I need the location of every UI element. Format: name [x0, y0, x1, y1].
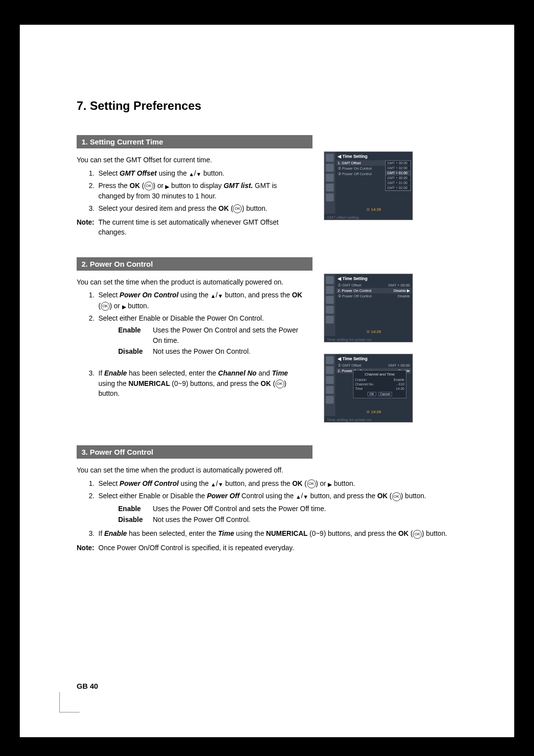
ok-button: OK: [367, 392, 376, 396]
note: Note: Once Power On/Off Control is speci…: [77, 543, 462, 553]
dd-item: GMT + 00:00: [386, 176, 410, 181]
document-page: 7. Setting Preferences 1. Setting Curren…: [20, 25, 514, 737]
screenshot-power-on-popup: ◀ Time Setting ① GMT OffsetGMT + 00:00 2…: [324, 354, 413, 423]
term: NUMERICAL: [129, 379, 170, 387]
def-row: Disable Not uses the Power On Control.: [118, 346, 304, 356]
ok-icon: OK: [413, 530, 422, 539]
step: Select your desired item and press the O…: [96, 203, 304, 213]
term: OK: [130, 182, 140, 189]
menu-icon: [326, 286, 334, 294]
shot-title: ◀ Time Setting: [338, 276, 410, 281]
definition-table: Enable Uses the Power Off Control and se…: [118, 504, 462, 525]
dd-item: GMT + 02:00: [386, 166, 410, 171]
value: - 810: [397, 382, 404, 386]
section-heading: 2. Power On Control: [77, 257, 312, 271]
term: GMT Offset: [120, 169, 157, 177]
shot-row-gmt: ① GMT OffsetGMT + 00:00: [338, 363, 410, 368]
def-desc: Not uses the Power Off Control.: [153, 515, 462, 524]
text: If: [98, 529, 104, 537]
clock-display: ⊙ 14:26: [366, 207, 381, 212]
page-wrapper: 7. Setting Preferences 1. Setting Curren…: [0, 0, 534, 756]
channel-time-popup: Channel and Time CradonEnable Channel No…: [353, 370, 406, 398]
shot-row-gmt: ① GMT OffsetGMT + 00:00: [338, 283, 410, 288]
menu-icon: [326, 296, 334, 304]
section-current-time: 1. Setting Current Time You can set the …: [77, 135, 472, 237]
menu-icon: [326, 376, 334, 384]
menu-icon: [326, 356, 334, 364]
clock-display: ⊙ 14:26: [366, 410, 381, 414]
ok-icon: OK: [392, 492, 401, 501]
step: Press the OK (OK) or button to display G…: [96, 181, 304, 201]
term: Channel No: [218, 369, 257, 377]
term: NUMERICAL: [266, 529, 308, 537]
term: Time: [272, 369, 288, 377]
def-row: Enable Uses the Power Off Control and se…: [118, 504, 462, 514]
menu-icon: [326, 366, 334, 374]
label: GMT Offset: [342, 161, 360, 165]
screenshot-power-on: ◀ Time Setting ① GMT OffsetGMT + 00:00 2…: [324, 274, 413, 342]
value: 14:26: [396, 387, 404, 390]
text: button, and press the: [309, 492, 377, 500]
intro-text: You can set the time when the product is…: [77, 466, 462, 475]
section-heading: 1. Setting Current Time: [77, 135, 312, 148]
shot-row-pon: 2. Power On ControlDisable ▶: [336, 288, 411, 293]
text: Select: [98, 479, 120, 487]
steps-list: Select Power Off Control using the / but…: [77, 478, 462, 539]
value: Disable: [398, 294, 410, 298]
def-term: Enable: [118, 325, 153, 345]
up-icon: [210, 290, 216, 300]
num: 2.: [338, 369, 341, 373]
term: OK: [398, 529, 408, 537]
text: Time Setting: [342, 276, 367, 281]
ok-icon: OK: [275, 379, 284, 388]
popup-row: Time14:26: [355, 386, 404, 391]
term: OK: [292, 291, 302, 299]
shot-caption: GMT offset setting: [324, 214, 412, 220]
note-label: Note:: [77, 543, 98, 553]
term: OK: [261, 379, 271, 387]
step: Select Power Off Control using the / but…: [96, 478, 462, 489]
popup-row: CradonEnable: [355, 378, 404, 382]
label: Power On Control: [342, 288, 371, 293]
text: Time Setting: [342, 154, 367, 159]
step: If Enable has been selected, enter the C…: [96, 368, 304, 398]
text: Control using the: [239, 492, 296, 500]
menu-icon: [326, 386, 334, 394]
gmt-dropdown: GMT + 00:00 GMT + 02:00 GMT + 01:00 GMT …: [385, 160, 411, 191]
def-row: Enable Uses the Power On Control and set…: [118, 325, 304, 345]
text: button.: [403, 492, 426, 500]
text: using the: [98, 379, 129, 387]
crop-marks: [59, 692, 80, 712]
shot-sidebar: [324, 354, 335, 416]
note: Note: The current time is set automatica…: [77, 217, 304, 237]
up-icon: [296, 491, 301, 501]
value: GMT + 00:00: [388, 283, 410, 287]
menu-icon: [326, 184, 334, 191]
content-area: 7. Setting Preferences 1. Setting Curren…: [77, 99, 472, 572]
text: button, and press the: [223, 479, 292, 487]
text: button.: [201, 169, 224, 177]
note-label: Note:: [77, 217, 98, 237]
clock-display: ⊙ 14:26: [366, 330, 381, 334]
section-power-on: 2. Power On Control You can set the time…: [77, 257, 472, 399]
up-icon: [189, 169, 194, 179]
term: Power Off Control: [120, 479, 179, 487]
term: Power Off: [207, 492, 239, 500]
label: Cradon: [355, 378, 366, 381]
menu-icon: [326, 154, 334, 162]
text: Select your desired item and press the: [98, 204, 219, 212]
menu-icon: [326, 193, 334, 201]
ok-icon: OK: [233, 204, 242, 213]
def-desc: Not uses the Power On Control.: [153, 346, 304, 356]
term: Enable: [104, 369, 127, 377]
text: button.: [244, 204, 267, 212]
label: GMT Offset: [342, 363, 361, 368]
step: Select either Enable or Disable the Powe…: [96, 313, 304, 356]
right-icon: [122, 301, 126, 311]
text: (0~9) buttons, and press the: [170, 379, 261, 387]
value: Disable ▶: [394, 288, 410, 293]
text: Select: [98, 169, 120, 177]
step: If Enable has been selected, enter the T…: [96, 528, 462, 538]
label: Time: [355, 387, 362, 390]
shot-title: ◀ Time Setting: [338, 356, 410, 361]
